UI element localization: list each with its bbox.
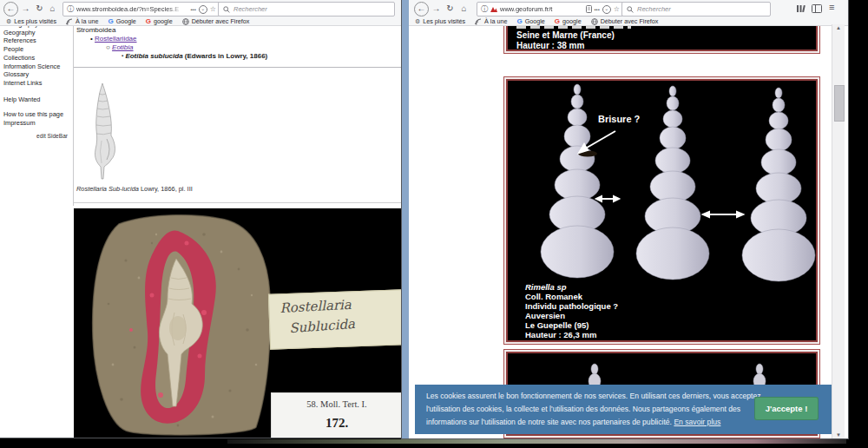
family-link[interactable]: Rostellariidae: [95, 35, 136, 43]
cookie-text-line2: l'utilisation des cookies, la collecte e…: [426, 405, 740, 413]
right-browser-window: ← → ↻ ⌂ ⓘ www.geoforum.fr/t ••• ⌄ ☆ Rech…: [402, 0, 848, 438]
site-info-icon[interactable]: ⓘ: [67, 4, 74, 14]
handwritten-specimen-label: Rostellaria Sublucida: [268, 289, 404, 349]
bookmark-getting-started[interactable]: Débuter avec Firefox: [591, 17, 659, 25]
caption-locality: Le Guepelle (95): [525, 320, 618, 330]
caption-height: Hauteur : 26,3 mm: [525, 330, 618, 339]
circle-bullet-icon: ○: [106, 43, 110, 51]
url-text: www.geoforum.fr/t: [500, 5, 583, 13]
home-button[interactable]: ⌂: [46, 2, 59, 15]
forward-button[interactable]: →: [19, 2, 32, 15]
forward-button[interactable]: →: [430, 2, 443, 15]
bookmark-most-visited[interactable]: ⚙Les plus visités: [415, 17, 465, 25]
specimen-caption: Rimella sp Coll. Romanek Individu pathol…: [525, 282, 618, 339]
scrollbar-thumb[interactable]: [834, 85, 845, 122]
sidebar-item-people[interactable]: People: [0, 45, 73, 54]
wiki-sidebar: Stratigraphy Geography References People…: [0, 20, 73, 139]
globe-icon: [182, 18, 189, 25]
accept-cookies-button[interactable]: J'accepte !: [754, 397, 819, 420]
search-bar[interactable]: Rechercher: [621, 2, 771, 16]
gear-icon: ⚙: [6, 18, 11, 25]
page-action-icon[interactable]: [586, 5, 592, 13]
sidebar-item-geography[interactable]: Geography: [0, 29, 73, 37]
edit-sidebar-link[interactable]: edit SideBar: [0, 133, 73, 139]
scroll-up-icon[interactable]: ▲: [832, 25, 845, 30]
right-bookmarks-bar: ⚙Les plus visités À la une GGoogle Ggoog…: [409, 17, 848, 26]
bookmark-google-2[interactable]: Ggoogle: [146, 17, 173, 25]
museum-label: 58. Moll. Tert. I. 172.: [271, 392, 403, 438]
bookmark-most-visited[interactable]: ⚙Les plus visités: [6, 17, 56, 25]
bookmark-getting-started[interactable]: Débuter avec Firefox: [182, 17, 250, 25]
address-bar[interactable]: ⓘ www.stromboidea.de/?n=Species.E ••• ⌄ …: [62, 2, 220, 16]
bookmark-headlines[interactable]: À la une: [66, 17, 98, 25]
sidebar-item-information-science[interactable]: Information Science: [0, 63, 73, 71]
cookie-banner: Les cookies assurent le bon fonctionneme…: [415, 385, 832, 434]
url-text: www.stromboidea.de/?n=Species.E: [76, 5, 188, 13]
height-text: Hauteur : 38 mm: [516, 41, 584, 51]
annotation-brisure: Brisure ?: [598, 114, 640, 124]
sidebar-item-references[interactable]: References: [0, 36, 73, 45]
home-button[interactable]: ⌂: [457, 2, 470, 15]
museum-label-line2: 172.: [272, 416, 402, 431]
shell-photo-block: Brisure ? Rimella sp Coll. Romanek Indiv…: [503, 76, 820, 345]
pocket-icon[interactable]: ⌄: [199, 5, 207, 14]
scroll-down-icon[interactable]: ▼: [832, 432, 845, 438]
search-icon: [627, 6, 634, 13]
left-bookmarks-bar: ⚙Les plus visités À la une GGoogle Ggoog…: [0, 17, 411, 26]
search-bar[interactable]: Rechercher: [218, 2, 395, 16]
address-bar[interactable]: ⓘ www.geoforum.fr/t ••• ⌄ ☆: [477, 2, 624, 16]
caption-stage: Auversien: [525, 311, 618, 320]
sidebar-toggle-icon[interactable]: [812, 4, 822, 13]
google-g-icon: G: [146, 17, 151, 25]
site-info-icon[interactable]: ⓘ: [481, 4, 488, 14]
page-actions-icon[interactable]: •••: [595, 7, 600, 12]
bookmark-headlines[interactable]: À la une: [475, 17, 507, 25]
left-toolbar: ← → ↻ ⌂ ⓘ www.stromboidea.de/?n=Species.…: [0, 0, 411, 17]
back-button[interactable]: ←: [3, 2, 18, 16]
reload-button[interactable]: ↻: [444, 2, 457, 15]
rss-icon: [475, 18, 482, 25]
bookmark-google-1[interactable]: GGoogle: [516, 17, 544, 25]
genus-link[interactable]: Eotibia: [112, 43, 133, 51]
google-g-icon: G: [108, 17, 113, 25]
search-icon: [223, 6, 230, 13]
right-toolbar: ← → ↻ ⌂ ⓘ www.geoforum.fr/t ••• ⌄ ☆ Rech…: [409, 0, 848, 17]
sidebar-item-collections[interactable]: Collections: [0, 54, 73, 63]
sidebar-item-internet-links[interactable]: Internet Links: [0, 79, 73, 88]
taxon-root: Stromboidea: [76, 26, 115, 34]
sidebar-item-help-wanted[interactable]: Help Wanted: [0, 96, 73, 104]
sidebar-item-impressum[interactable]: Impressum: [0, 119, 73, 128]
content-divider-2: [74, 202, 401, 203]
species-author: (Edwards in Lowry, 1866): [183, 52, 268, 60]
pocket-icon[interactable]: ⌄: [602, 5, 611, 14]
vertical-scrollbar[interactable]: ▲ ▼: [832, 24, 845, 438]
caption-species: Rimella sp: [525, 282, 618, 292]
google-g-icon: G: [516, 17, 522, 25]
menu-hamburger-icon[interactable]: ≡: [829, 2, 834, 12]
sidebar-item-glossary[interactable]: Glossary: [0, 70, 73, 79]
background-window-sliver: [227, 439, 846, 444]
reload-button[interactable]: ↻: [33, 2, 46, 15]
species-name: Eotibia sublucida: [125, 52, 182, 60]
library-icon[interactable]: [796, 4, 806, 13]
google-g-icon: G: [555, 17, 560, 25]
bookmark-google-2[interactable]: Ggoogle: [555, 17, 582, 25]
bookmark-google-1[interactable]: GGoogle: [108, 17, 135, 25]
shell-engraving-figure: [85, 80, 120, 182]
left-browser-window: ← → ↻ ⌂ ⓘ www.stromboidea.de/?n=Species.…: [0, 0, 411, 438]
bookmark-star-icon[interactable]: ☆: [614, 5, 620, 13]
page-actions-icon[interactable]: •••: [191, 7, 196, 12]
desktop: ← → ↻ ⌂ ⓘ www.stromboidea.de/?n=Species.…: [0, 0, 868, 448]
learn-more-link[interactable]: En savoir plus: [674, 418, 720, 426]
specimen-label-line1: Rostellaria: [279, 297, 352, 316]
square-bullet-icon: ▪: [122, 53, 123, 58]
taxon-family-row: • Rostellariidae: [90, 35, 137, 43]
gear-icon: ⚙: [415, 18, 420, 25]
locality-text: Seine et Marne (France): [516, 30, 615, 41]
bookmark-star-icon[interactable]: ☆: [210, 5, 216, 13]
back-button[interactable]: ←: [414, 2, 429, 16]
taxon-species-row: ▪ Eotibia sublucida (Edwards in Lowry, 1…: [122, 52, 267, 60]
sidebar-item-how-to-use[interactable]: How to use this page: [0, 110, 73, 119]
content-divider: [74, 67, 401, 68]
search-placeholder: Rechercher: [233, 5, 267, 13]
